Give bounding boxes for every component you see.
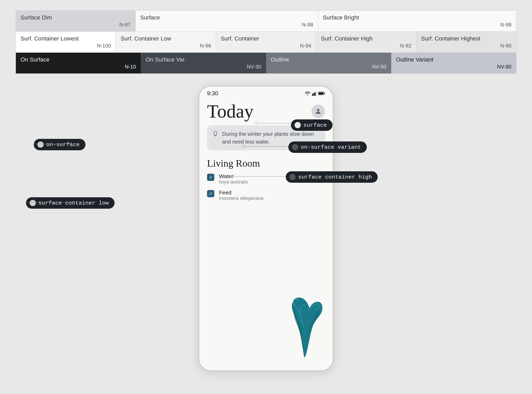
- svg-point-7: [317, 109, 319, 111]
- svg-rect-3: [316, 91, 317, 96]
- annotation-dot-surface-container-low: [72, 201, 75, 203]
- swatch-container-lowest: Surf. Container Lowest N-100: [16, 32, 116, 52]
- checkbox-water[interactable]: ✓: [207, 174, 214, 181]
- status-icons: [305, 91, 325, 96]
- annotation-label-on-surface: on-surface: [34, 139, 85, 150]
- annotation-line-surface-container-high: [234, 176, 286, 176]
- lightbulb-icon: [212, 131, 218, 138]
- task-item-feed: ✓ Feed monstera siltepecana: [207, 189, 325, 201]
- annotation-circle-surface-container-high: [289, 174, 296, 180]
- phone-content: Today During the winter your plants sl: [199, 99, 333, 211]
- swatch-surface-bright: Surface Bright N-98: [318, 11, 516, 31]
- swatch-row-1: Surface Dim N-87 Surface N-98 Surface Br…: [16, 10, 516, 32]
- status-bar: 9:30: [199, 86, 333, 99]
- annotation-line-on-surface: [34, 144, 70, 144]
- wifi-icon: [305, 91, 310, 96]
- swatch-container-highest: Surf. Container Highest N-90: [416, 32, 516, 52]
- swatch-surface-dim: Surface Dim N-87: [16, 11, 136, 31]
- person-icon: [315, 108, 322, 115]
- annotation-circle-on-surface: [37, 141, 44, 148]
- task-plant-water: hoya australis: [219, 179, 248, 185]
- annotation-circle-surface-container-low: [30, 200, 36, 206]
- svg-rect-6: [324, 93, 325, 94]
- avatar-button[interactable]: [311, 105, 325, 118]
- annotation-line-surface: [257, 123, 291, 123]
- swatch-on-surface: On Surface N-10: [16, 53, 141, 73]
- annotation-dot-onsurface-variant: [242, 145, 245, 148]
- task-name-feed: Feed: [219, 189, 263, 196]
- annotation-dot-surface: [255, 122, 258, 124]
- annotation-line-onsurface-variant: [244, 146, 288, 147]
- annotation-label-surface-container-high: surface container high: [286, 171, 378, 183]
- plant-illustration: [281, 287, 328, 360]
- annotation-label-on-surface-variant: on-surface variant: [288, 141, 367, 153]
- annotation-label-surface: surface: [291, 119, 332, 131]
- annotation-line-surface-container-low: [26, 202, 73, 202]
- phone-mockup-area: 9:30: [0, 86, 532, 394]
- svg-rect-5: [319, 92, 323, 94]
- annotation-label-surface-container-low: surface container low: [26, 197, 115, 209]
- svg-rect-0: [312, 94, 313, 96]
- task-plant-feed: monstera siltepecana: [219, 196, 263, 201]
- swatch-outline: Outline NV-50: [266, 53, 391, 73]
- annotation-dot-on-surface: [70, 142, 72, 145]
- phone-header-row: Today: [207, 102, 325, 121]
- annotation-circle-surface: [295, 122, 301, 128]
- swatch-container: Surf. Container N-94: [216, 32, 316, 52]
- signal-icon: [312, 91, 317, 96]
- swatch-row-2: Surf. Container Lowest N-100 Surf. Conta…: [16, 32, 516, 53]
- swatch-row-3: On Surface N-10 On Surface Var. NV-30 Ou…: [16, 53, 516, 74]
- annotation-circle-on-surface-variant: [292, 144, 298, 150]
- swatch-table: Surface Dim N-87 Surface N-98 Surface Br…: [16, 10, 516, 74]
- swatch-container-low: Surf. Container Low N-96: [116, 32, 216, 52]
- swatch-surface: Surface N-98: [136, 11, 318, 31]
- today-heading: Today: [207, 102, 254, 121]
- annotation-dot-surface-container-high: [232, 175, 234, 178]
- swatch-outline-variant: Outline Variant NV-80: [391, 53, 516, 73]
- swatch-on-surface-variant: On Surface Var. NV-30: [141, 53, 266, 73]
- battery-icon: [318, 91, 325, 96]
- checkbox-feed[interactable]: ✓: [207, 190, 214, 197]
- section-title: Living Room: [207, 158, 325, 169]
- svg-rect-2: [315, 92, 316, 96]
- svg-rect-1: [313, 93, 314, 96]
- swatch-container-high: Surf. Container High N-92: [316, 32, 416, 52]
